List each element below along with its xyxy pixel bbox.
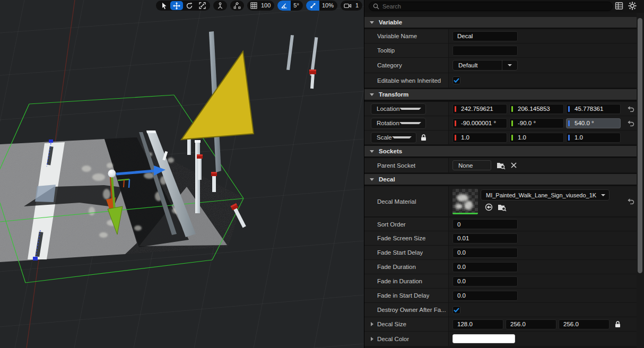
row-fade-in-duration: Fade in Duration 0.0 [364, 274, 637, 289]
panel-scrollbar-thumb[interactable] [638, 18, 642, 273]
row-fade-in-start-delay: Fade in Start Delay 0.0 [364, 289, 637, 303]
section-title: Transform [379, 91, 408, 98]
browse-socket-icon[interactable] [497, 162, 506, 169]
fade-in-duration-input[interactable]: 0.0 [452, 276, 518, 286]
fade-screen-size-input[interactable]: 0.01 [452, 233, 518, 243]
search-box[interactable] [369, 2, 613, 11]
section-title: Sockets [379, 148, 402, 154]
scale-snap-icon [306, 1, 319, 11]
decal-size-z-field[interactable]: 256.0 [559, 319, 610, 329]
scale-snap-group[interactable]: 10% [306, 1, 337, 11]
clear-socket-icon[interactable] [511, 162, 517, 168]
fade-in-start-delay-input[interactable]: 0.0 [452, 291, 518, 301]
scale-z-field[interactable]: 1.0 [566, 133, 621, 143]
check-icon [454, 78, 459, 83]
row-fade-start-delay: Fade Start Delay 0.0 [364, 246, 637, 260]
section-header-decal[interactable]: Decal [364, 174, 637, 185]
move-icon [173, 2, 180, 10]
use-selected-asset-icon[interactable] [485, 203, 493, 211]
expand-arrow-icon[interactable] [371, 322, 373, 326]
panel-scrollbar[interactable] [637, 13, 644, 348]
location-dropdown-button[interactable]: Location [371, 103, 426, 115]
row-decal-color: Decal Color [364, 332, 637, 346]
tooltip-label: Tooltip [377, 47, 395, 54]
move-tool-button[interactable] [170, 1, 183, 10]
viewport-3d[interactable]: 100 5° 10% [0, 0, 364, 348]
rotate-tool-button[interactable] [183, 1, 196, 10]
y-axis-bar [511, 120, 513, 126]
fade-screen-size-label: Fade Screen Size [377, 235, 425, 241]
rotation-dropdown-button[interactable]: Rotation [371, 118, 426, 129]
row-sort-order: Sort Order 0 [364, 217, 637, 231]
rotation-snap-group[interactable]: 5° [277, 1, 303, 11]
gizmo-plane-handle-red[interactable] [124, 180, 124, 187]
rotation-y-field[interactable]: -90.0 ° [509, 118, 564, 128]
material-dropdown[interactable]: MI_Painted_Walk_Lane_Sign_viusedo_1K [481, 189, 610, 201]
location-z-field[interactable]: 45.778361 [566, 104, 621, 114]
reset-to-default-icon[interactable] [628, 198, 634, 204]
chevron-down-icon [392, 136, 412, 138]
tooltip-input[interactable] [452, 46, 518, 56]
camera-speed-group[interactable]: 1 [341, 1, 362, 11]
category-dropdown[interactable]: Default [452, 60, 518, 71]
grid-snap-icon [247, 2, 258, 9]
settings-gear-icon[interactable] [628, 2, 637, 10]
search-input[interactable] [382, 3, 595, 10]
fade-duration-input[interactable]: 0.0 [452, 262, 518, 272]
editable-when-inherited-checkbox[interactable] [452, 76, 460, 84]
reset-to-default-icon[interactable] [628, 120, 634, 126]
decal-color-swatch[interactable] [452, 334, 515, 343]
fade-in-duration-label: Fade in Duration [377, 278, 422, 284]
rotation-z-field[interactable]: 540.0 ° [566, 118, 621, 128]
fade-start-delay-input[interactable]: 0.0 [452, 248, 518, 258]
coordinate-space-button[interactable] [213, 1, 227, 11]
scale-dropdown-button[interactable]: Scale [371, 132, 416, 143]
variable-name-input[interactable]: Decal [452, 31, 518, 41]
section-header-variable[interactable]: Variable [364, 17, 637, 28]
expand-arrow-icon[interactable] [371, 337, 373, 341]
parent-socket-input[interactable]: None [452, 160, 491, 170]
scale-y-field[interactable]: 1.0 [509, 133, 564, 143]
world-space-icon [216, 2, 224, 10]
section-header-transform[interactable]: Transform [364, 89, 637, 100]
surface-snapping-button[interactable] [230, 1, 244, 11]
chevron-down-icon [508, 64, 512, 66]
reset-to-default-icon[interactable] [628, 106, 634, 112]
row-decal-material: Decal Material MI_Painted_Walk_Lane_Sign… [364, 186, 637, 217]
scale-lock-icon[interactable] [421, 134, 427, 141]
scale-snap-value: 10% [319, 1, 337, 11]
sort-order-input[interactable]: 0 [452, 219, 518, 229]
display-options-icon[interactable] [615, 2, 623, 10]
browse-to-asset-icon[interactable] [498, 204, 507, 211]
grid-snap-value: 100 [258, 1, 274, 11]
cursor-icon [162, 3, 167, 9]
row-rotation: Rotation -90.000001 ° -90.0 ° 540.0 ° [364, 116, 637, 130]
destroy-owner-checkbox[interactable] [452, 306, 460, 314]
decal-size-y-field[interactable]: 256.0 [506, 319, 556, 329]
select-tool-button[interactable] [158, 1, 170, 10]
sort-order-label: Sort Order [377, 221, 406, 228]
scale-tool-button[interactable] [196, 1, 208, 10]
camera-speed-icon [341, 3, 353, 9]
details-search-row [364, 0, 644, 13]
variable-name-label: Variable Name [377, 33, 417, 39]
viewport-toolbar: 100 5° 10% [156, 1, 362, 11]
gizmo-origin-ball[interactable] [108, 170, 116, 178]
collapse-arrow-icon [370, 21, 374, 24]
grid-snap-group[interactable]: 100 [247, 1, 274, 11]
gizmo-plane-handle-blue[interactable] [129, 179, 129, 188]
rotation-x-field[interactable]: -90.000001 ° [452, 118, 507, 128]
size-lock-icon[interactable] [615, 321, 621, 328]
camera-speed-value: 1 [353, 1, 362, 11]
decal-size-x-field[interactable]: 128.0 [452, 319, 503, 329]
transform-tools-group [156, 1, 210, 11]
material-type-bar [452, 213, 478, 214]
location-x-field[interactable]: 242.759621 [452, 104, 507, 114]
section-header-sockets[interactable]: Sockets [364, 146, 637, 157]
z-axis-bar [568, 120, 570, 126]
y-axis-bar [511, 106, 513, 112]
row-location: Location 242.759621 206.145853 45.778361 [364, 102, 637, 116]
scale-x-field[interactable]: 1.0 [452, 133, 507, 143]
location-y-field[interactable]: 206.145853 [509, 104, 564, 114]
material-thumbnail[interactable] [452, 189, 478, 214]
